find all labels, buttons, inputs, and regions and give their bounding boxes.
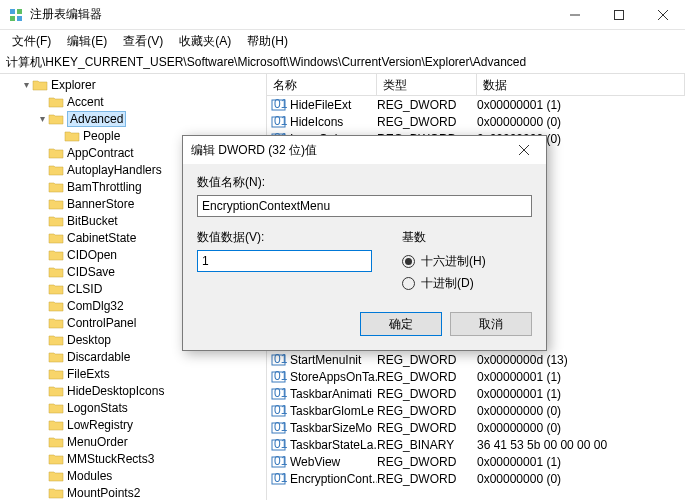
close-button[interactable] — [641, 0, 685, 30]
folder-icon — [48, 231, 64, 245]
list-row[interactable]: 011TaskbarSizeMoREG_DWORD0x00000000 (0) — [267, 419, 685, 436]
value-icon: 011 — [271, 472, 287, 486]
value-name: EncryptionCont... — [290, 472, 377, 486]
radio-hex[interactable]: 十六进制(H) — [402, 250, 532, 272]
folder-icon — [48, 384, 64, 398]
tree-item-label: ControlPanel — [67, 316, 136, 330]
folder-icon — [48, 418, 64, 432]
base-label: 基数 — [402, 229, 532, 246]
tree-item-label: AutoplayHandlers — [67, 163, 162, 177]
col-data[interactable]: 数据 — [477, 74, 685, 95]
value-type: REG_DWORD — [377, 455, 477, 469]
tree-item[interactable]: Accent — [0, 93, 266, 110]
menu-edit[interactable]: 编辑(E) — [61, 31, 113, 52]
tree-item[interactable]: MMStuckRects3 — [0, 450, 266, 467]
tree-item-label: LogonStats — [67, 401, 128, 415]
ok-button[interactable]: 确定 — [360, 312, 442, 336]
folder-icon — [48, 333, 64, 347]
folder-icon — [64, 129, 80, 143]
list-row[interactable]: 011WebViewREG_DWORD0x00000001 (1) — [267, 453, 685, 470]
tree-item-label: MenuOrder — [67, 435, 128, 449]
maximize-button[interactable] — [597, 0, 641, 30]
list-row[interactable]: 011HideIconsREG_DWORD0x00000000 (0) — [267, 113, 685, 130]
menu-file[interactable]: 文件(F) — [6, 31, 57, 52]
edit-dword-dialog: 编辑 DWORD (32 位)值 数值名称(N): 数值数据(V): 基数 十六… — [182, 135, 547, 351]
app-icon — [8, 7, 24, 23]
tree-item[interactable]: Modules — [0, 467, 266, 484]
tree-item[interactable]: HideDesktopIcons — [0, 382, 266, 399]
value-name: TaskbarSizeMo — [290, 421, 372, 435]
value-data: 0x00000000 (0) — [477, 421, 685, 435]
tree-item-label: CIDSave — [67, 265, 115, 279]
dialog-close-button[interactable] — [510, 136, 538, 164]
tree-item-label: CLSID — [67, 282, 102, 296]
svg-text:011: 011 — [274, 472, 287, 485]
value-type: REG_BINARY — [377, 438, 477, 452]
tree-item-label: Modules — [67, 469, 112, 483]
tree-item[interactable]: FileExts — [0, 365, 266, 382]
list-row[interactable]: 011StoreAppsOnTa...REG_DWORD0x00000001 (… — [267, 368, 685, 385]
list-header: 名称 类型 数据 — [267, 74, 685, 96]
chevron-icon[interactable]: ▾ — [36, 113, 48, 124]
tree-item-label: BitBucket — [67, 214, 118, 228]
value-data: 0x00000000 (0) — [477, 115, 685, 129]
tree-item[interactable]: LogonStats — [0, 399, 266, 416]
tree-item[interactable]: MenuOrder — [0, 433, 266, 450]
folder-icon — [48, 214, 64, 228]
tree-item[interactable]: LowRegistry — [0, 416, 266, 433]
folder-icon — [32, 78, 48, 92]
value-type: REG_DWORD — [377, 472, 477, 486]
tree-item[interactable]: ▾Advanced — [0, 110, 266, 127]
svg-rect-2 — [10, 16, 15, 21]
tree-item-label: MountPoints2 — [67, 486, 140, 500]
tree-item[interactable]: ▾Explorer — [0, 76, 266, 93]
value-data: 0x00000001 (1) — [477, 98, 685, 112]
value-type: REG_DWORD — [377, 387, 477, 401]
menu-view[interactable]: 查看(V) — [117, 31, 169, 52]
value-data-input[interactable] — [197, 250, 372, 272]
menu-favorites[interactable]: 收藏夹(A) — [173, 31, 237, 52]
value-name-input[interactable] — [197, 195, 532, 217]
radio-dec[interactable]: 十进制(D) — [402, 272, 532, 294]
tree-item-label: MMStuckRects3 — [67, 452, 154, 466]
radio-hex-label: 十六进制(H) — [421, 253, 486, 270]
list-row[interactable]: 011TaskbarAnimatiREG_DWORD0x00000001 (1) — [267, 385, 685, 402]
tree-item-label: Advanced — [67, 111, 126, 127]
value-icon: 011 — [271, 370, 287, 384]
tree-item-label: LowRegistry — [67, 418, 133, 432]
address-bar[interactable]: 计算机\HKEY_CURRENT_USER\Software\Microsoft… — [0, 52, 685, 74]
tree-item-label: Discardable — [67, 350, 130, 364]
tree-item-label: AppContract — [67, 146, 134, 160]
list-row[interactable]: 011TaskbarStateLa...REG_BINARY36 41 53 5… — [267, 436, 685, 453]
svg-text:011: 011 — [274, 421, 287, 434]
value-icon: 011 — [271, 387, 287, 401]
list-row[interactable]: 011StartMenuInitREG_DWORD0x0000000d (13) — [267, 351, 685, 368]
tree-item-label: Explorer — [51, 78, 96, 92]
col-type[interactable]: 类型 — [377, 74, 477, 95]
dialog-title: 编辑 DWORD (32 位)值 — [191, 142, 510, 159]
list-row[interactable]: 011EncryptionCont...REG_DWORD0x00000000 … — [267, 470, 685, 487]
value-type: REG_DWORD — [377, 115, 477, 129]
tree-item-label: BamThrottling — [67, 180, 142, 194]
chevron-icon[interactable]: ▾ — [20, 79, 32, 90]
tree-item-label: CabinetState — [67, 231, 136, 245]
svg-text:011: 011 — [274, 353, 287, 366]
folder-icon — [48, 435, 64, 449]
folder-icon — [48, 146, 64, 160]
cancel-button[interactable]: 取消 — [450, 312, 532, 336]
svg-rect-3 — [17, 16, 22, 21]
list-row[interactable]: 011TaskbarGlomLeREG_DWORD0x00000000 (0) — [267, 402, 685, 419]
col-name[interactable]: 名称 — [267, 74, 377, 95]
menu-help[interactable]: 帮助(H) — [241, 31, 294, 52]
tree-item[interactable]: MountPoints2 — [0, 484, 266, 500]
menu-bar: 文件(F) 编辑(E) 查看(V) 收藏夹(A) 帮助(H) — [0, 30, 685, 52]
value-data: 0x00000001 (1) — [477, 455, 685, 469]
value-name: StoreAppsOnTa... — [290, 370, 377, 384]
radio-dot-icon — [402, 255, 415, 268]
value-name: TaskbarGlomLe — [290, 404, 374, 418]
minimize-button[interactable] — [553, 0, 597, 30]
value-data: 0x00000001 (1) — [477, 387, 685, 401]
list-row[interactable]: 011HideFileExtREG_DWORD0x00000001 (1) — [267, 96, 685, 113]
value-data: 0x0000000d (13) — [477, 353, 685, 367]
folder-icon — [48, 367, 64, 381]
